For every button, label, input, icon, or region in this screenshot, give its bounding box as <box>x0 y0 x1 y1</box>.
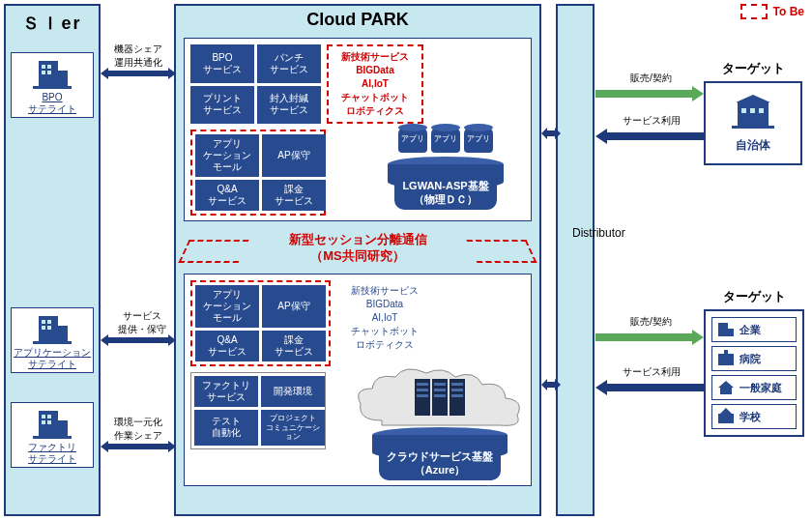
svc-box: BPO サービス <box>190 44 254 83</box>
column-distributor <box>556 4 594 516</box>
arrow-sell-lower <box>595 329 704 348</box>
svg-rect-53 <box>724 350 728 356</box>
arrow-label-sell-lower: 販売/契約 <box>630 315 672 329</box>
svc-box: 開発環境 <box>261 376 325 407</box>
svc-box: Q&A サービス <box>195 331 259 361</box>
column-sier: ＳＩer BPO サテライト アプリケーション サテライト ファクトリ サテライ… <box>4 4 101 516</box>
svc-box: アプリ ケーション モール <box>195 285 259 328</box>
lower-platform: クラウドサービス基盤 （Azure） <box>353 367 527 480</box>
svg-rect-1 <box>58 71 68 86</box>
svc-box: 課金 サービス <box>262 180 326 211</box>
arrow-label-app: サービス 提供・保守 <box>118 309 166 336</box>
svc-box: AP保守 <box>262 285 326 328</box>
panel-lower: アプリ ケーション モール AP保守 Q&A サービス 課金 サービス 新技術サ… <box>184 274 532 486</box>
target-box: 企業 病院 一般家庭 学校 <box>704 309 804 437</box>
tech-line: チャットボット <box>340 325 429 338</box>
svg-rect-13 <box>33 341 72 344</box>
svg-rect-16 <box>42 415 45 419</box>
svg-rect-2 <box>42 65 45 69</box>
gov-building-icon <box>732 93 774 130</box>
svg-rect-44 <box>738 102 768 126</box>
svg-rect-33 <box>434 383 446 386</box>
svg-rect-17 <box>47 415 51 419</box>
svg-marker-60 <box>595 330 704 345</box>
target-title: ターゲット <box>704 288 804 305</box>
satellite-label: アプリケーション サテライト <box>14 347 91 370</box>
building-icon <box>33 57 72 90</box>
arrow-label-use-lower: サービス利用 <box>623 365 681 379</box>
legend-tobe: To Be <box>740 4 804 19</box>
target-item-label: 病院 <box>740 352 761 366</box>
svc-box: ファクトリ サービス <box>194 376 258 407</box>
svg-rect-5 <box>47 71 51 74</box>
svg-marker-43 <box>541 379 561 390</box>
svg-marker-45 <box>736 95 770 102</box>
arrow-label-factory: 環境一元化 作業シェア <box>114 416 162 443</box>
svg-marker-61 <box>595 380 704 395</box>
arrow-cloud-dist-lower <box>541 377 561 400</box>
satellite-factory: ファクトリ サテライト <box>11 402 94 468</box>
db-icon: アプリ <box>431 128 460 153</box>
hospital-icon <box>716 350 736 367</box>
svg-rect-56 <box>718 414 734 423</box>
sier-title: ＳＩer <box>6 6 99 41</box>
tech-line: BIGData <box>340 298 429 311</box>
school-icon <box>716 408 736 425</box>
arrow-sell-upper <box>595 85 704 104</box>
building-icon <box>33 407 72 440</box>
svg-rect-34 <box>434 389 446 391</box>
svc-box: プリント サービス <box>190 86 254 125</box>
target-title: ターゲット <box>704 60 802 77</box>
tech-title: 新技術サービス <box>333 50 418 64</box>
tobe-label: To Be <box>773 5 804 18</box>
building-icon <box>33 312 72 345</box>
target-item-label: 一般家庭 <box>740 381 782 395</box>
svg-rect-49 <box>732 126 774 129</box>
target-item-label: 自治体 <box>711 137 795 154</box>
tech-line: ロボティクス <box>333 104 418 118</box>
session-band: 新型セッション分離通信 （MS共同研究） <box>193 232 522 265</box>
session-label: 新型セッション分離通信 （MS共同研究） <box>289 232 427 263</box>
lower-tech-box: 新技術サービス BIGData AI,IoT チャットボット ロボティクス <box>336 280 433 366</box>
svg-rect-46 <box>741 108 746 113</box>
svg-rect-11 <box>42 326 45 330</box>
satellite-bpo: BPO サテライト <box>11 52 94 118</box>
tech-line: ロボティクス <box>340 338 429 352</box>
arrow-use-upper <box>595 128 704 147</box>
upper-platform: アプリ アプリ アプリ LGWAN-ASP基盤 （物理ＤＣ） <box>368 128 523 210</box>
svg-rect-15 <box>58 420 68 436</box>
target-box: 自治体 <box>704 81 802 165</box>
svc-box: Q&A サービス <box>195 180 259 211</box>
target-item-label: 学校 <box>740 410 761 424</box>
target-upper: ターゲット 自治体 <box>704 60 802 165</box>
svg-rect-3 <box>47 65 51 69</box>
target-lower: ターゲット 企業 病院 一般家庭 学校 <box>704 288 804 437</box>
svg-marker-54 <box>718 381 734 388</box>
svg-rect-51 <box>728 329 734 336</box>
upper-tech-box: 新技術サービス BIGData AI,IoT チャットボット ロボティクス <box>327 44 423 124</box>
svc-box: 課金 サービス <box>262 331 326 361</box>
svc-box: アプリ ケーション モール <box>195 134 259 177</box>
svg-rect-20 <box>33 436 72 439</box>
svg-marker-57 <box>720 408 732 414</box>
target-item-label: 企業 <box>740 323 761 337</box>
svg-rect-50 <box>718 323 728 336</box>
company-icon <box>716 321 736 338</box>
db-icon: アプリ <box>398 128 427 153</box>
svg-marker-58 <box>595 86 704 101</box>
arrow-label-sell-upper: 販売/契約 <box>630 72 672 85</box>
arrow-cloud-dist-upper <box>541 126 561 149</box>
platform-label: クラウドサービス基盤 （Azure） <box>379 446 501 481</box>
satellite-label: BPO サテライト <box>14 92 91 115</box>
satellite-app: アプリケーション サテライト <box>11 307 94 373</box>
tech-title: 新技術サービス <box>340 284 429 298</box>
svg-rect-47 <box>750 108 755 113</box>
svg-rect-31 <box>417 389 428 391</box>
arrow-label-use-upper: サービス利用 <box>623 114 681 128</box>
svg-rect-18 <box>42 420 45 424</box>
arrow-use-lower <box>595 379 704 398</box>
svg-rect-30 <box>417 383 428 386</box>
upper-grid2-wrap: アプリ ケーション モール AP保守 Q&A サービス 課金 サービス <box>190 130 326 216</box>
svg-rect-4 <box>42 71 45 74</box>
svg-rect-8 <box>58 326 68 341</box>
